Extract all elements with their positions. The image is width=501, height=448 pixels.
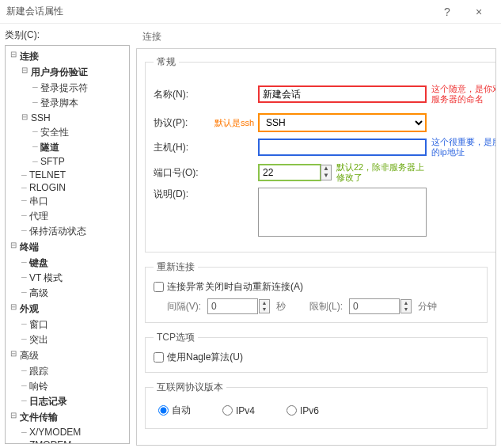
note-host: 这个很重要，是服务器的ip地址 (427, 137, 496, 158)
interval-spinner[interactable]: ▲▼ (259, 299, 270, 313)
window-title: 新建会话属性 (6, 5, 431, 18)
tree-appearance[interactable]: 外观 (20, 302, 39, 316)
label-port: 端口号(O): (154, 166, 214, 180)
tree-window[interactable]: 窗口 (29, 318, 48, 332)
radio-auto[interactable]: 自动 (158, 404, 191, 417)
tree-ssh-sftp[interactable]: SFTP (40, 156, 65, 167)
tree-auth[interactable]: 用户身份验证 (31, 66, 88, 79)
tree-keepalive[interactable]: 保持活动状态 (29, 225, 86, 238)
tree-advanced[interactable]: 高级 (29, 287, 48, 300)
page-title: 连接 (136, 28, 496, 48)
tree-vtmode[interactable]: VT 模式 (29, 271, 63, 285)
tree-ssh[interactable]: SSH (31, 112, 51, 123)
label-name: 名称(N): (154, 88, 214, 101)
tree-logging[interactable]: 日志记录 (29, 395, 67, 408)
radio-ipv4[interactable]: IPv4 (222, 404, 255, 417)
protocol-select[interactable]: SSH (258, 113, 427, 132)
label-limit: 限制(L): (309, 300, 343, 313)
tree-highlight[interactable]: 突出 (29, 333, 48, 347)
help-button[interactable]: ? (431, 1, 463, 23)
nagle-checkbox[interactable]: 使用Nagle算法(U) (154, 351, 479, 364)
category-label: 类别(C): (5, 28, 130, 42)
tree-terminal[interactable]: 终端 (20, 241, 39, 254)
group-inet: 互联网协议版本 自动 IPv4 IPv6 (145, 381, 488, 429)
tree-rlogin[interactable]: RLOGIN (29, 182, 66, 193)
label-host: 主机(H): (154, 141, 214, 154)
tree-ssh-tunnel[interactable]: 隧道 (40, 141, 59, 154)
label-seconds: 秒 (276, 300, 286, 313)
annot-protocol: 默认是ssh (214, 117, 255, 129)
limit-input[interactable] (349, 298, 400, 314)
tree-telnet[interactable]: TELNET (29, 169, 66, 180)
tree-proxy[interactable]: 代理 (29, 210, 48, 223)
tree-ssh-security[interactable]: 安全性 (40, 126, 69, 139)
note-port: 默认22，除非服务器上修改了 (332, 162, 427, 183)
interval-input[interactable] (207, 298, 258, 314)
legend-general: 常规 (154, 55, 179, 69)
group-reconnect: 重新连接 连接异常关闭时自动重新连接(A) 间隔(V): ▲▼ 秒 限制(L): (145, 260, 488, 323)
port-input[interactable] (258, 164, 321, 181)
settings-panel: 常规 名称(N): x 这个随意，是你对这个服务器的命名 协议(P): 默认是s… (136, 48, 496, 446)
tree-bell[interactable]: 响铃 (29, 380, 48, 393)
legend-inet: 互联网协议版本 (154, 381, 226, 394)
tree-serial[interactable]: 串口 (29, 195, 48, 208)
tree-adv2[interactable]: 高级 (20, 349, 39, 363)
tree-xymodem[interactable]: X/YMODEM (29, 427, 81, 438)
limit-spinner[interactable]: ▲▼ (400, 299, 412, 313)
legend-tcp: TCP选项 (154, 331, 198, 344)
tree-connection[interactable]: 连接 (20, 50, 39, 63)
label-interval: 间隔(V): (154, 300, 201, 313)
tree-keyboard[interactable]: 键盘 (29, 256, 48, 270)
host-input[interactable] (258, 139, 427, 156)
tree-auth-script[interactable]: 登录脚本 (40, 97, 78, 110)
group-general: 常规 名称(N): x 这个随意，是你对这个服务器的命名 协议(P): 默认是s… (145, 55, 496, 252)
label-desc: 说明(D): (154, 188, 214, 201)
reconnect-checkbox[interactable]: 连接异常关闭时自动重新连接(A) (154, 280, 479, 294)
name-input[interactable] (258, 85, 427, 103)
tree-zmodem[interactable]: ZMODEM (29, 439, 71, 444)
tree-auth-prompt[interactable]: 登录提示符 (40, 82, 88, 95)
category-tree[interactable]: ⊟连接 ⊟用户身份验证 –登录提示符 –登录脚本 ⊟SSH –安全性 –隧道 –… (5, 45, 130, 444)
title-bar: 新建会话属性 ? × (0, 0, 501, 24)
legend-reconnect: 重新连接 (154, 260, 198, 274)
tree-filetrans[interactable]: 文件传输 (20, 411, 58, 424)
tree-trace[interactable]: 跟踪 (29, 365, 48, 378)
desc-textarea[interactable] (258, 188, 427, 237)
radio-ipv6[interactable]: IPv6 (287, 404, 319, 417)
port-spinner[interactable]: ▲▼ (321, 165, 332, 180)
label-protocol: 协议(P): (154, 116, 214, 130)
group-tcp: TCP选项 使用Nagle算法(U) (145, 331, 488, 373)
close-button[interactable]: × (463, 1, 495, 23)
note-name: 这个随意，是你对这个服务器的命名 (427, 84, 496, 104)
label-minutes: 分钟 (418, 300, 437, 313)
